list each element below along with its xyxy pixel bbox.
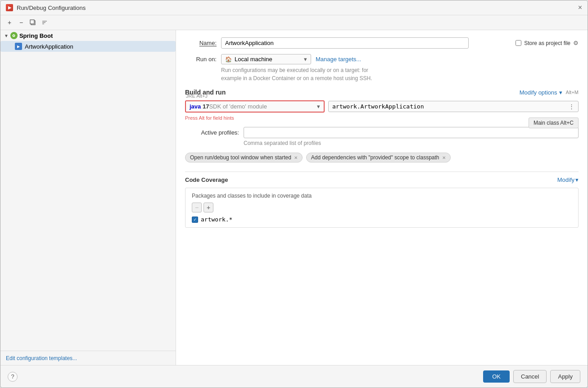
ok-button[interactable]: OK [483,370,510,383]
run-on-dropdown[interactable]: 🏠 Local machine ▾ [221,54,311,64]
main-content: ▼ ✿ Spring Boot ▶ ArtworkApplication Edi… [0,30,588,365]
run-on-value: Local machine [235,56,272,63]
toolbar: + − [0,15,588,30]
name-input[interactable] [221,37,469,49]
name-row: Name: Store as project file ⚙ [185,37,579,49]
tag-open-tool-window: Open run/debug tool window when started … [185,153,303,162]
chevron-down-icon: ▾ [559,89,562,96]
press-alt-hint: Press Alt for field hints [185,115,579,121]
gear-icon[interactable]: ⚙ [573,40,579,46]
home-icon: 🏠 [225,56,232,63]
jre-sdk-text: SDK of 'demo' module [209,103,267,110]
cancel-button[interactable]: Cancel [513,370,547,383]
code-coverage-title: Code Coverage [185,176,228,183]
bottom-bar: ? OK Cancel Apply [0,365,588,388]
active-profiles-label: Active profiles: [185,129,239,136]
chevron-down-icon: ▼ [4,33,9,38]
copy-config-button[interactable] [27,17,38,28]
build-run-section-header: Build and run Modify options ▾ Alt+M [185,89,579,96]
code-coverage-header: Code Coverage Modify ▾ [185,176,579,183]
browse-icon[interactable]: ⋮ [569,103,574,110]
store-project-area: Store as project file ⚙ [516,40,579,46]
title-bar: ▶ Run/Debug Configurations × [0,0,588,15]
profiles-hint: Comma separated list of profiles [244,140,579,146]
run-debug-dialog: ▶ Run/Debug Configurations × + − ▼ ✿ [0,0,588,388]
modify-options-label: Modify options [520,89,557,96]
tag-add-dependencies: Add dependencies with "provided" scope t… [306,153,451,162]
dialog-title: Run/Debug Configurations [17,5,574,11]
coverage-box: Packages and classes to include in cover… [185,188,579,228]
tag1-close-icon[interactable]: ✕ [294,155,298,160]
active-profiles-input[interactable] [244,127,579,138]
coverage-actions: − + [192,203,572,212]
sidebar-group-label: Spring Boot [19,32,53,39]
main-class-value: artwork.ArtworkApplication [332,103,424,110]
coverage-item: ✓ artwork.* [192,216,572,223]
modify-link[interactable]: Modify ▾ [557,176,579,183]
section-divider [185,171,579,172]
active-profiles-row: Active profiles: [185,127,579,138]
copy-icon [30,19,36,26]
svg-rect-1 [30,20,34,24]
coverage-box-title: Packages and classes to include in cover… [192,193,572,199]
add-config-button[interactable]: + [4,17,15,28]
run-on-label: Run on: [185,56,217,63]
sidebar-group-spring-boot[interactable]: ▼ ✿ Spring Boot [0,30,176,41]
tags-row: Open run/debug tool window when started … [185,153,579,162]
main-panel: Name: Store as project file ⚙ Run on: 🏠 … [176,30,588,365]
chevron-down-icon: ▾ [317,103,320,110]
run-on-hint-line1: Run configurations may be executed local… [221,67,368,73]
coverage-checkbox[interactable]: ✓ [192,217,198,223]
sidebar-footer: Edit configuration templates... [0,351,176,365]
jre-dropdown[interactable]: JRE Alt+J java 17 SDK of 'demo' module ▾ [185,100,325,113]
tag1-label: Open run/debug tool window when started [190,154,291,161]
run-on-hint: Run configurations may be executed local… [221,66,579,82]
edit-templates-link[interactable]: Edit configuration templates... [6,355,77,361]
name-label: Name: [185,40,217,46]
app-run-icon: ▶ [15,43,22,50]
main-class-input[interactable]: artwork.ArtworkApplication ⋮ [328,101,579,112]
build-run-row: JRE Alt+J java 17 SDK of 'demo' module ▾… [185,100,579,113]
jre-label-above: JRE Alt+J [186,93,208,99]
java-version: 17 [203,103,209,110]
manage-targets-link[interactable]: Manage targets... [316,56,361,63]
sidebar: ▼ ✿ Spring Boot ▶ ArtworkApplication Edi… [0,30,176,365]
store-project-label: Store as project file [524,40,570,46]
store-project-checkbox[interactable] [516,40,521,46]
app-logo-icon: ▶ [6,4,13,11]
apply-button[interactable]: Apply [550,370,580,383]
modify-label: Modify [557,176,574,183]
coverage-remove-btn[interactable]: − [192,203,202,212]
tag2-close-icon[interactable]: ✕ [442,155,446,160]
close-icon[interactable]: × [578,4,582,11]
chevron-down-icon: ▾ [575,176,579,183]
coverage-add-btn[interactable]: + [204,203,213,212]
spring-icon: ✿ [10,32,18,39]
sidebar-item-artwork-application[interactable]: ▶ ArtworkApplication [0,41,176,52]
bottom-right-buttons: OK Cancel Apply [483,370,580,383]
sidebar-item-label: ArtworkApplication [25,43,73,50]
remove-config-button[interactable]: − [16,17,27,28]
run-on-hint-line2: example in a Docker Container or on a re… [221,75,372,81]
java-keyword: java [190,103,201,110]
chevron-down-icon: ▾ [304,56,307,63]
help-button[interactable]: ? [8,372,18,382]
modify-options-link[interactable]: Modify options ▾ Alt+M [520,89,579,96]
modify-options-shortcut: Alt+M [566,90,579,95]
sort-icon [41,19,48,26]
run-on-row: Run on: 🏠 Local machine ▾ Manage targets… [185,54,579,64]
coverage-item-label: artwork.* [201,216,232,223]
tag2-label: Add dependencies with "provided" scope t… [311,154,439,161]
sort-config-button[interactable] [39,17,50,28]
